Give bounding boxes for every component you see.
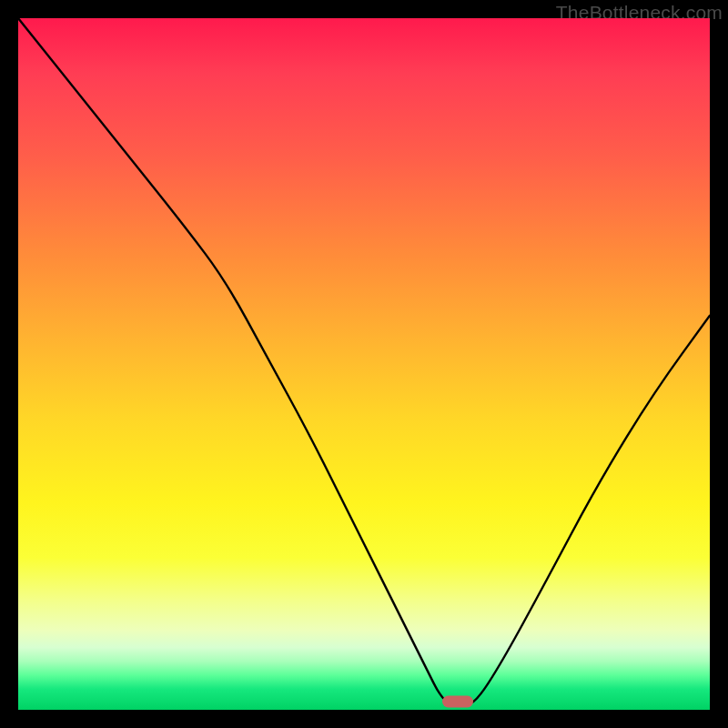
chart-frame: TheBottleneck.com: [0, 0, 728, 728]
curve-path: [18, 18, 710, 704]
plot-area: [18, 18, 710, 710]
bottleneck-curve: [18, 18, 710, 710]
optimum-marker: [442, 695, 473, 707]
